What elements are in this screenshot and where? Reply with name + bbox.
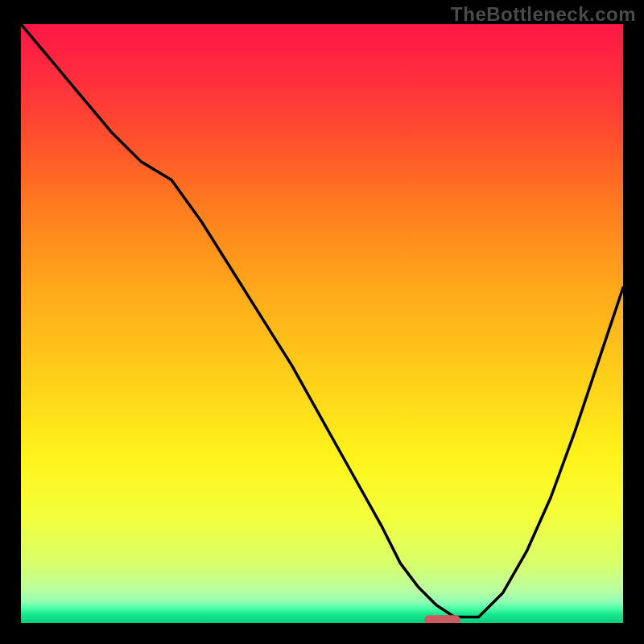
chart-frame: TheBottleneck.com (0, 0, 644, 644)
optimum-marker (424, 615, 460, 623)
watermark-text: TheBottleneck.com (451, 3, 636, 26)
plot-area (21, 24, 623, 623)
bottleneck-plot (21, 24, 623, 623)
gradient-background (21, 24, 623, 623)
